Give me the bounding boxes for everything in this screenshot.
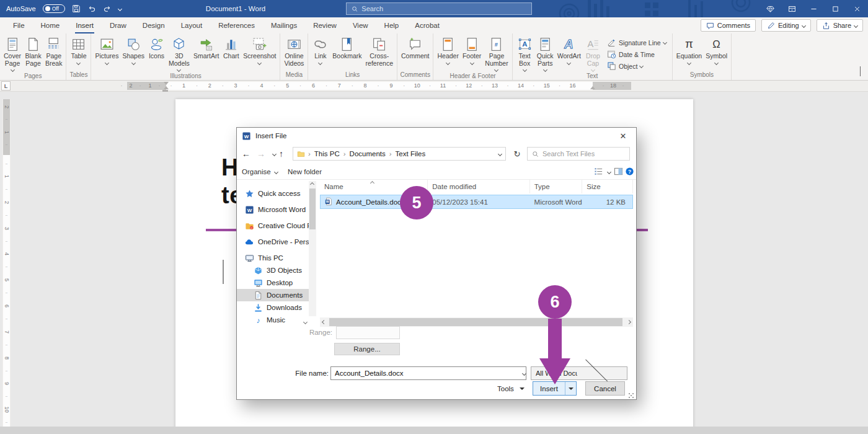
up-button[interactable]: ↑ <box>279 147 283 161</box>
tab-acrobat[interactable]: Acrobat <box>407 17 448 33</box>
address-bar[interactable]: ›This PC›Documents›Text Files <box>293 147 506 161</box>
file-name-dropdown-chevron-icon[interactable] <box>522 371 526 375</box>
titlebar-search-box[interactable] <box>346 2 532 15</box>
ribbon-button-smartart[interactable]: SmartArt <box>192 35 221 60</box>
range-button[interactable]: Range... <box>334 343 400 355</box>
ribbon-button-symbol[interactable]: ΩSymbol <box>704 35 729 64</box>
address-dropdown-chevron-icon[interactable] <box>498 151 502 156</box>
sidebar-scroll-down-icon[interactable] <box>303 320 308 324</box>
ribbon-button-icons[interactable]: Icons <box>146 35 167 60</box>
file-row[interactable]: WAccount_Details.docx05/12/2023 15:41Mic… <box>320 195 633 209</box>
ribbon-button-shapes[interactable]: Shapes <box>120 35 146 64</box>
column-header-type[interactable]: Type <box>530 180 583 193</box>
vertical-ruler[interactable]: 21––1–2–3–4–5–6–7–8–9–10–11– <box>2 99 11 434</box>
resize-grip[interactable] <box>629 393 630 394</box>
undo-icon[interactable] <box>87 4 96 13</box>
tab-mailings[interactable]: Mailings <box>263 17 305 33</box>
back-button[interactable]: ← <box>242 147 250 161</box>
cancel-button[interactable]: Cancel <box>585 381 625 396</box>
ribbon-button-table[interactable]: Table <box>68 35 89 64</box>
tab-layout[interactable]: Layout <box>173 17 211 33</box>
horizontal-scrollbar-thumb[interactable] <box>329 318 622 326</box>
scroll-left-icon[interactable] <box>322 320 326 324</box>
editing-mode-button[interactable]: Editing <box>761 19 811 32</box>
ribbon-button-wordart[interactable]: AWordArt <box>556 35 583 64</box>
ribbon-button-screenshot[interactable]: Screenshot <box>241 35 278 64</box>
ribbon-button-date-time[interactable]: Date & Time <box>606 49 668 60</box>
column-header-size[interactable]: Size <box>582 180 633 193</box>
dialog-close-icon[interactable]: ✕ <box>610 128 636 144</box>
dialog-search-box[interactable] <box>527 147 630 161</box>
dialog-search-input[interactable] <box>542 150 625 157</box>
breadcrumb-item-this-pc[interactable]: This PC <box>313 150 341 157</box>
ribbon-button-cover-page[interactable]: CoverPage <box>2 35 23 71</box>
sidebar-item-downloads[interactable]: Downloads <box>237 301 309 314</box>
tab-view[interactable]: View <box>345 17 376 33</box>
horizontal-ruler[interactable]: L 21···1·2·3·4·5·6·7·8·9·10·11·12·13·14·… <box>0 81 868 92</box>
tab-file[interactable]: File <box>5 17 33 33</box>
ribbon-button-signature-line[interactable]: Signature Line <box>606 37 668 48</box>
ribbon-button-link[interactable]: Link <box>310 35 330 64</box>
sidebar-item-microsoft-word[interactable]: WMicrosoft Word <box>237 203 309 216</box>
ribbon-button-equation[interactable]: πEquation <box>675 35 704 64</box>
ribbon-button-blank-page[interactable]: BlankPage <box>23 35 43 67</box>
tools-button[interactable]: Tools <box>497 382 525 396</box>
tab-design[interactable]: Design <box>135 17 173 33</box>
tab-review[interactable]: Review <box>305 17 345 33</box>
sidebar-item-this-pc[interactable]: This PC <box>237 252 309 264</box>
tab-stop-selector[interactable]: L <box>1 81 11 91</box>
breadcrumb-item-text-files[interactable]: Text Files <box>394 150 427 157</box>
sidebar-item-creative-cloud-file[interactable]: ∞Creative Cloud File <box>237 219 309 232</box>
ribbon-button-footer[interactable]: Footer <box>461 35 483 64</box>
preview-pane-icon[interactable] <box>614 167 623 176</box>
save-icon[interactable] <box>72 4 81 13</box>
organise-button[interactable]: Organise <box>242 164 278 180</box>
hanging-indent-marker[interactable] <box>164 86 169 89</box>
breadcrumb-item-documents[interactable]: Documents <box>348 150 387 157</box>
refresh-icon[interactable]: ↻ <box>510 147 525 161</box>
ribbon-button-comment[interactable]: Comment <box>399 35 432 60</box>
ribbon-button-pictures[interactable]: Pictures <box>93 35 120 64</box>
features-gem-icon[interactable] <box>760 0 781 17</box>
customize-toolbar-chevron-icon[interactable] <box>118 6 122 11</box>
right-indent-marker[interactable] <box>590 86 595 89</box>
ribbon-button-page-break[interactable]: PageBreak <box>43 35 64 67</box>
tab-draw[interactable]: Draw <box>102 17 135 33</box>
ribbon-button-chart[interactable]: Chart <box>221 35 241 60</box>
scroll-up-icon[interactable] <box>310 182 314 187</box>
collapse-ribbon-icon[interactable] <box>860 66 861 76</box>
comments-button[interactable]: Comments <box>701 19 756 32</box>
column-header-date-modified[interactable]: Date modified <box>428 180 529 193</box>
search-input[interactable] <box>361 5 526 12</box>
maximize-icon[interactable] <box>825 0 846 17</box>
sidebar-scrollbar[interactable] <box>309 181 316 316</box>
ribbon-button-bookmark[interactable]: Bookmark <box>330 35 363 60</box>
range-input[interactable] <box>336 326 400 339</box>
close-window-icon[interactable] <box>846 0 868 17</box>
horizontal-scrollbar[interactable] <box>320 317 633 327</box>
new-folder-button[interactable]: New folder <box>288 164 322 180</box>
recent-locations-chevron-icon[interactable] <box>272 152 277 156</box>
minimize-icon[interactable] <box>803 0 825 17</box>
share-button[interactable]: Share <box>817 19 863 32</box>
ribbon-button-page-number[interactable]: #PageNumber <box>483 35 510 71</box>
ribbon-button-object[interactable]: Object <box>606 61 668 71</box>
list-view-icon[interactable] <box>594 167 603 176</box>
sidebar-item-3d-objects[interactable]: 3D Objects <box>237 264 309 277</box>
autosave-toggle[interactable]: Off <box>43 4 65 13</box>
first-line-indent-marker[interactable] <box>164 82 169 85</box>
tab-home[interactable]: Home <box>33 17 68 33</box>
ribbon-button-text-box[interactable]: ATextBox <box>515 35 535 71</box>
tab-insert[interactable]: Insert <box>68 17 102 33</box>
scrollbar-thumb[interactable] <box>309 188 316 229</box>
sidebar-item-quick-access[interactable]: Quick access <box>237 187 309 200</box>
scroll-right-icon[interactable] <box>627 320 631 324</box>
tab-help[interactable]: Help <box>376 17 407 33</box>
tab-references[interactable]: References <box>210 17 263 33</box>
help-icon[interactable]: ? <box>625 167 634 176</box>
forward-button[interactable]: → <box>257 147 265 161</box>
sidebar-item-desktop[interactable]: Desktop <box>237 277 309 289</box>
file-name-combo[interactable] <box>330 366 526 380</box>
file-name-input[interactable] <box>331 370 523 377</box>
ribbon-display-options-icon[interactable] <box>781 0 803 17</box>
